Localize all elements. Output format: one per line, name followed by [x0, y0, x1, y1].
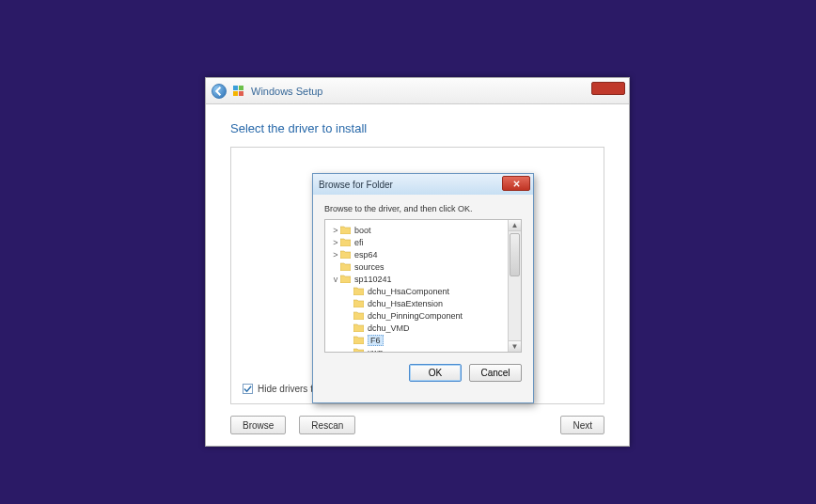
dialog-button-row: OK Cancel: [313, 353, 533, 382]
tree-node-label: uwp: [368, 348, 384, 353]
folder-icon: [353, 311, 364, 320]
folder-icon: [353, 287, 364, 295]
tree-node-label: dchu_HsaComponent: [368, 287, 449, 296]
dialog-close-button[interactable]: [502, 176, 530, 191]
rescan-button[interactable]: Rescan: [299, 416, 355, 434]
folder-icon: [353, 336, 364, 344]
title-bar: Windows Setup: [206, 78, 629, 104]
scrollbar[interactable]: ▲ ▼: [508, 220, 521, 352]
windows-logo-icon: [232, 85, 245, 98]
tree-node[interactable]: F6: [325, 334, 508, 346]
browse-folder-dialog: Browse for Folder Browse to the driver, …: [312, 173, 534, 403]
tree-node-label: dchu_HsaExtension: [368, 299, 443, 308]
tree-node-label: sp110241: [354, 275, 392, 284]
back-icon[interactable]: [212, 84, 227, 99]
scroll-track[interactable]: [509, 231, 521, 340]
close-icon[interactable]: [591, 82, 625, 95]
tree-node[interactable]: >boot: [325, 224, 508, 236]
next-button[interactable]: Next: [560, 416, 604, 434]
tree-node-label: efi: [354, 238, 364, 247]
hide-drivers-checkbox[interactable]: [243, 384, 253, 394]
hide-drivers-row[interactable]: Hide drivers th: [243, 384, 318, 394]
tree-node-label: esp64: [354, 250, 378, 260]
tree-node-label: dchu_VMD: [368, 323, 410, 333]
expand-icon[interactable]: >: [331, 250, 340, 260]
folder-tree-container: >boot>efi>esp64sourcesvsp110241dchu_HsaC…: [324, 219, 522, 353]
scroll-up-icon[interactable]: ▲: [509, 220, 521, 231]
hide-drivers-label: Hide drivers th: [258, 384, 318, 394]
tree-node-label: boot: [354, 226, 371, 235]
svg-rect-0: [233, 86, 238, 90]
dialog-instruction: Browse to the driver, and then click OK.: [313, 195, 533, 219]
scroll-thumb[interactable]: [510, 233, 520, 276]
tree-node-label: dchu_PinningComponent: [368, 311, 463, 321]
tree-node[interactable]: >efi: [325, 236, 508, 248]
tree-node[interactable]: vsp110241: [325, 273, 508, 285]
tree-node[interactable]: sources: [325, 260, 508, 273]
dialog-title-bar: Browse for Folder: [313, 174, 533, 195]
page-heading: Select the driver to install: [230, 121, 604, 135]
expand-icon[interactable]: >: [331, 226, 340, 235]
folder-icon: [340, 275, 351, 283]
tree-node[interactable]: dchu_PinningComponent: [325, 309, 508, 322]
browse-button[interactable]: Browse: [230, 416, 286, 434]
dialog-title: Browse for Folder: [319, 180, 393, 190]
folder-icon: [340, 226, 351, 234]
tree-node[interactable]: uwp: [325, 346, 508, 352]
tree-node[interactable]: >esp64: [325, 248, 508, 260]
folder-icon: [353, 348, 364, 352]
tree-node-label: sources: [354, 262, 384, 272]
folder-icon: [340, 238, 351, 246]
scroll-down-icon[interactable]: ▼: [509, 340, 521, 352]
cancel-button[interactable]: Cancel: [469, 364, 522, 382]
folder-tree[interactable]: >boot>efi>esp64sourcesvsp110241dchu_HsaC…: [325, 220, 508, 352]
button-row: Browse Rescan Next: [230, 404, 604, 434]
svg-rect-1: [239, 86, 243, 90]
tree-node[interactable]: dchu_HsaExtension: [325, 297, 508, 309]
svg-rect-2: [233, 91, 238, 96]
folder-icon: [340, 250, 351, 259]
tree-node[interactable]: dchu_HsaComponent: [325, 285, 508, 297]
tree-node-label: F6: [368, 335, 384, 346]
folder-icon: [353, 299, 364, 307]
tree-node[interactable]: dchu_VMD: [325, 322, 508, 334]
ok-button[interactable]: OK: [409, 364, 462, 382]
folder-icon: [353, 323, 364, 332]
window-title: Windows Setup: [251, 86, 322, 97]
collapse-icon[interactable]: v: [331, 275, 340, 284]
folder-icon: [340, 262, 351, 271]
svg-rect-3: [239, 91, 243, 96]
expand-icon[interactable]: >: [331, 238, 340, 247]
